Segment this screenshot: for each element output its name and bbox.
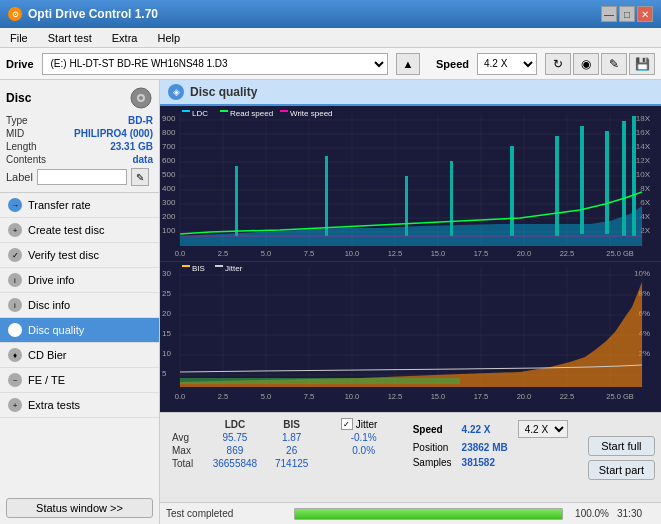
disc-label-edit-button[interactable]: ✎ — [131, 168, 149, 186]
svg-text:22.5: 22.5 — [560, 392, 575, 401]
disc-quality-icon: ◈ — [8, 323, 22, 337]
minimize-button[interactable]: — — [601, 6, 617, 22]
nav-drive-info[interactable]: i Drive info — [0, 268, 159, 293]
svg-rect-46 — [405, 176, 408, 236]
verify-test-icon: ✓ — [8, 248, 22, 262]
create-test-icon: + — [8, 223, 22, 237]
max-label: Max — [168, 444, 203, 457]
nav-transfer-rate[interactable]: → Transfer rate — [0, 193, 159, 218]
svg-text:10.0: 10.0 — [345, 392, 360, 401]
nav-create-test-label: Create test disc — [28, 224, 104, 236]
position-label: Position — [409, 441, 456, 454]
samples-label: Samples — [409, 456, 456, 469]
svg-text:18X: 18X — [636, 114, 651, 123]
disc-section-title: Disc — [6, 91, 31, 105]
disc-label-row: Label ✎ — [6, 168, 153, 186]
progress-percent: 100.0% — [571, 508, 609, 519]
svg-text:Jitter: Jitter — [225, 264, 243, 273]
close-button[interactable]: ✕ — [637, 6, 653, 22]
disc-type-row: Type BD-R — [6, 114, 153, 127]
svg-text:20.0: 20.0 — [517, 249, 532, 258]
svg-text:700: 700 — [162, 142, 176, 151]
svg-rect-103 — [182, 265, 190, 267]
disc-mid-label: MID — [6, 128, 24, 139]
avg-jitter: -0.1% — [337, 431, 391, 444]
svg-rect-56 — [220, 110, 228, 112]
position-value: 23862 MB — [458, 441, 512, 454]
svg-text:5: 5 — [162, 369, 167, 378]
window-controls[interactable]: — □ ✕ — [601, 6, 653, 22]
svg-text:200: 200 — [162, 212, 176, 221]
nav-verify-test-disc[interactable]: ✓ Verify test disc — [0, 243, 159, 268]
svg-text:Write speed: Write speed — [290, 109, 333, 118]
extra-tests-icon: + — [8, 398, 22, 412]
jitter-label: Jitter — [356, 419, 378, 430]
drive-select[interactable]: (E:) HL-DT-ST BD-RE WH16NS48 1.D3 — [42, 53, 388, 75]
content-header: ◈ Disc quality — [160, 80, 661, 106]
svg-text:800: 800 — [162, 128, 176, 137]
svg-rect-105 — [215, 265, 223, 267]
sidebar: Disc Type BD-R MID PHILIPRO4 (000) Leng — [0, 80, 160, 524]
nav-extra-tests[interactable]: + Extra tests — [0, 393, 159, 418]
start-part-button[interactable]: Start part — [588, 460, 655, 480]
disc-type-value: BD-R — [128, 115, 153, 126]
svg-text:17.5: 17.5 — [474, 249, 489, 258]
disc-contents-value: data — [132, 154, 153, 165]
save-icon[interactable]: 💾 — [629, 53, 655, 75]
svg-text:20.0: 20.0 — [517, 392, 532, 401]
svg-text:900: 900 — [162, 114, 176, 123]
disc-icon — [129, 86, 153, 110]
svg-text:12X: 12X — [636, 156, 651, 165]
svg-text:400: 400 — [162, 184, 176, 193]
menu-help[interactable]: Help — [151, 31, 186, 45]
svg-rect-48 — [510, 146, 514, 236]
svg-text:300: 300 — [162, 198, 176, 207]
speed-dropdown[interactable]: 4.2 X — [518, 420, 568, 438]
disc-contents-row: Contents data — [6, 153, 153, 166]
nav-drive-info-label: Drive info — [28, 274, 74, 286]
disc-label-input[interactable] — [37, 169, 127, 185]
svg-text:15: 15 — [162, 329, 171, 338]
jitter-checkbox[interactable]: ✓ — [341, 418, 353, 430]
menu-start-test[interactable]: Start test — [42, 31, 98, 45]
speed-select[interactable]: 4.2 X — [477, 53, 537, 75]
scan-icon[interactable]: ◉ — [573, 53, 599, 75]
stats-bar: LDC BIS ✓ Jitter Avg 95.75 1. — [160, 412, 661, 502]
disc-mid-row: MID PHILIPRO4 (000) — [6, 127, 153, 140]
status-window-button[interactable]: Status window >> — [6, 498, 153, 518]
drive-info-icon: i — [8, 273, 22, 287]
nav-verify-test-label: Verify test disc — [28, 249, 99, 261]
svg-rect-47 — [450, 161, 453, 236]
nav-cd-bier[interactable]: ♦ CD Bier — [0, 343, 159, 368]
nav-disc-quality[interactable]: ◈ Disc quality — [0, 318, 159, 343]
speed-col-header: Speed — [409, 419, 456, 439]
nav-fe-te[interactable]: ~ FE / TE — [0, 368, 159, 393]
nav-fe-te-label: FE / TE — [28, 374, 65, 386]
eject-button[interactable]: ▲ — [396, 53, 420, 75]
menu-file[interactable]: File — [4, 31, 34, 45]
start-full-button[interactable]: Start full — [588, 436, 655, 456]
disc-length-value: 23.31 GB — [110, 141, 153, 152]
nav-create-test-disc[interactable]: + Create test disc — [0, 218, 159, 243]
svg-text:0.0: 0.0 — [175, 392, 185, 401]
svg-text:2.5: 2.5 — [218, 249, 228, 258]
disc-label-label: Label — [6, 171, 33, 183]
write-icon[interactable]: ✎ — [601, 53, 627, 75]
svg-text:2.5: 2.5 — [218, 392, 228, 401]
max-ldc: 869 — [203, 444, 266, 457]
action-buttons: Start full Start part — [582, 413, 661, 502]
disc-mid-value: PHILIPRO4 (000) — [74, 128, 153, 139]
charts-area: 900 800 700 600 500 400 300 200 100 18X … — [160, 106, 661, 412]
maximize-button[interactable]: □ — [619, 6, 635, 22]
nav-disc-info[interactable]: i Disc info — [0, 293, 159, 318]
svg-text:30: 30 — [162, 269, 171, 278]
svg-rect-54 — [182, 110, 190, 112]
cd-bier-icon: ♦ — [8, 348, 22, 362]
menu-extra[interactable]: Extra — [106, 31, 144, 45]
disc-length-row: Length 23.31 GB — [6, 140, 153, 153]
nav-cd-bier-label: CD Bier — [28, 349, 67, 361]
refresh-icon[interactable]: ↻ — [545, 53, 571, 75]
svg-text:17.5: 17.5 — [474, 392, 489, 401]
svg-rect-51 — [605, 131, 609, 234]
nav-disc-info-label: Disc info — [28, 299, 70, 311]
